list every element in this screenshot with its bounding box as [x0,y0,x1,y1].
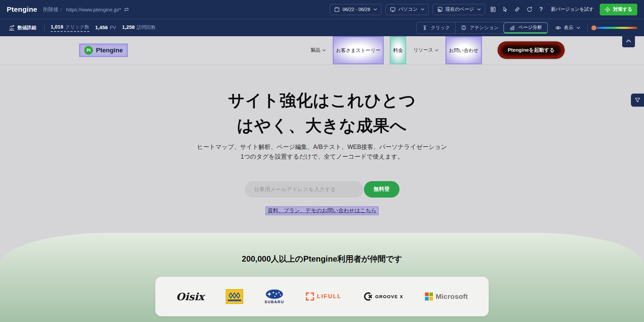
nav-label: お問い合わせ [449,47,478,54]
copy-link-button[interactable] [513,5,521,13]
client-logo-microsoft: Microsoft [425,292,468,301]
nav-item-products[interactable]: 製品 [311,36,326,64]
client-logo-subaru: SUBARU [265,289,284,304]
geo-strip [228,300,241,301]
launch-ptengine-button[interactable]: Ptengineを起動する [498,42,564,58]
swap-url-icon[interactable] [124,7,129,12]
help-button[interactable]: ? [537,6,545,13]
chevron-down-icon [374,8,377,10]
cursor-icon [502,6,508,12]
analysis-mode-tabs: クリック アテンション ページ分析 [416,22,548,34]
device-selector[interactable]: パソコン [385,4,429,15]
site-logo-text: Ptengine [96,47,123,54]
metric-value: 1,258 [122,24,135,30]
metric-clicks[interactable]: 1,018 クリック数 [51,24,89,32]
date-range-picker[interactable]: 06/22 - 06/28 [330,4,381,15]
metric-detail-button[interactable]: 数値詳細 [7,24,38,31]
lifull-brackets-icon [306,292,314,301]
device-value: パソコン [398,6,418,12]
page-scope-selector[interactable]: 現在のページ [433,4,485,15]
collapse-toolbar-button[interactable] [622,35,635,47]
metric-label: PV [110,25,116,30]
contact-link-row: 資料、プラン、デモのお問い合わせはこちら [0,207,644,215]
monitor-icon [390,7,396,12]
tab-click-heatmap[interactable]: クリック [417,22,455,34]
compare-icon [490,6,496,12]
hero-subtitle-line2: 1つのタグを設置するだけで、全てノーコードで使えます。 [240,153,404,160]
metrics-left-group: 数値詳細 1,018 クリック数 1,456 PV 1,258 訪問回数 [7,24,156,32]
client-logo-geo [226,289,243,304]
tap-icon [422,25,428,31]
site-header: Pt Ptengine 製品 お客さまストーリー 料金 リソース お問い合わせ … [0,36,644,64]
link-icon [514,6,520,12]
nav-item-contact[interactable]: お問い合わせ [446,37,481,63]
tab-page-analysis[interactable]: ページ分析 [504,23,547,33]
refresh-button[interactable] [525,5,533,13]
hero-subtitle: ヒートマップ、サイト解析、ページ編集、A/Bテスト、WEB接客、パーソナライゼー… [0,142,644,162]
nav-label: 料金 [393,47,403,54]
display-options-button[interactable]: 表示 [553,24,582,31]
current-page-icon [437,7,443,12]
ptengine-badge-icon: Pt [84,46,93,55]
eye-icon [555,25,561,31]
nav-item-resources[interactable]: リソース [413,36,438,64]
chevron-down-icon [577,27,580,29]
take-action-button[interactable]: 対策する [600,4,637,15]
client-logo-groovex: GROOVE X [363,292,404,301]
heat-intensity-slider[interactable] [593,27,637,29]
chevron-down-icon [421,8,424,10]
site-nav: 製品 お客さまストーリー 料金 リソース お問い合わせ Ptengineを起動す… [311,36,564,64]
metric-visits[interactable]: 1,258 訪問回数 [122,24,156,32]
divider [44,24,45,31]
tab-label: クリック [431,25,450,31]
microsoft-wordmark: Microsoft [436,292,468,301]
nav-label: 製品 [311,47,320,53]
page-scope-value: 現在のページ [445,6,474,12]
url-prefix-label: 削除後： [43,6,63,13]
microsoft-squares-icon [425,292,433,301]
nav-label: リソース [413,47,433,53]
chevron-down-icon [322,49,326,51]
signup-form: 無料登 [0,181,644,198]
site-logo-highlighted[interactable]: Pt Ptengine [80,44,127,56]
client-logo-lifull: LIFULL [306,292,342,301]
analyzed-page: Pt Ptengine 製品 お客さまストーリー 料金 リソース お問い合わせ … [0,36,644,322]
metric-pv[interactable]: 1,456 PV [95,24,116,31]
take-action-label: 対策する [613,6,632,12]
client-logos-card: Oisix [155,277,489,316]
lifull-wordmark: LIFULL [317,293,342,300]
chevron-up-icon [626,39,631,43]
tracked-url-group[interactable]: 削除後： https://www.ptengine.jp/* [43,6,129,13]
target-icon [605,7,610,12]
groovex-wordmark: GROOVE X [375,294,404,299]
contact-link-highlighted[interactable]: 資料、プラン、デモのお問い合わせはこちら [266,207,378,215]
geo-diamonds-icon [228,292,240,299]
email-input[interactable] [245,181,363,198]
tab-attention-heatmap[interactable]: アテンション [455,22,504,34]
attention-layers-icon [461,25,467,31]
tracked-url: https://www.ptengine.jp/* [66,7,121,12]
ptengine-overlay-logo: Ptengine [7,5,37,13]
metric-detail-label: 数値詳細 [17,25,36,31]
compare-pages-button[interactable] [489,5,497,13]
metric-value: 1,018 [51,24,63,30]
click-tracking-button[interactable] [501,5,509,13]
metrics-bar: 数値詳細 1,018 クリック数 1,456 PV 1,258 訪問回数 クリッ… [0,19,644,36]
display-label: 表示 [564,25,573,31]
calendar-icon [334,7,340,12]
chevron-down-icon [435,49,438,51]
filter-panel-button[interactable] [631,94,644,107]
hero-subtitle-line1: ヒートマップ、サイト解析、ページ編集、A/Bテスト、WEB接客、パーソナライゼー… [197,144,447,150]
chevron-down-icon [477,8,481,10]
free-signup-button[interactable]: 無料登 [364,181,399,198]
nav-item-customer-stories[interactable]: お客さまストーリー [334,37,383,63]
try-new-version-button[interactable]: 新バージョンを試す [549,6,596,13]
hero-title-line1: サイト強化はこれひとつ [228,91,416,109]
divider [587,24,588,31]
tab-label: アテンション [470,25,498,31]
nav-item-pricing[interactable]: 料金 [391,37,405,63]
heat-slider-handle[interactable] [591,25,596,30]
tab-label: ページ分析 [518,24,542,31]
client-logo-oisix: Oisix [176,291,204,303]
refresh-icon [526,6,532,12]
